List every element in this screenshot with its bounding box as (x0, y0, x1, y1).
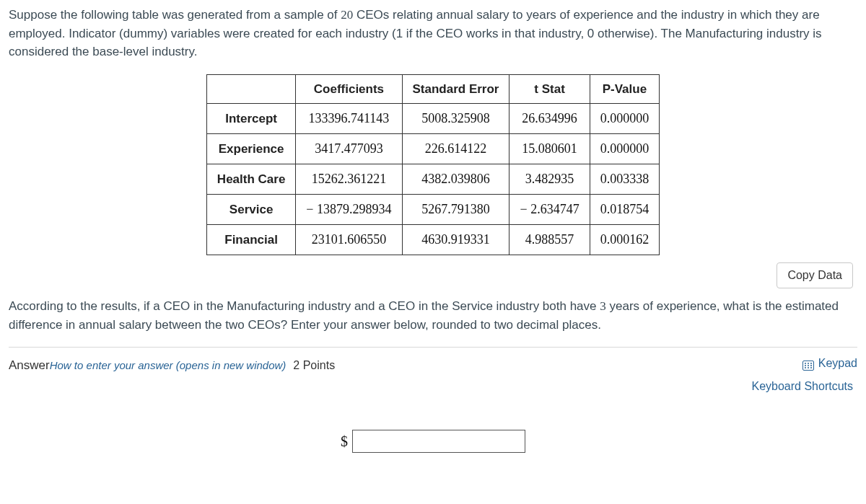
cell-p: 0.000000 (590, 104, 660, 134)
row-label: Financial (206, 225, 295, 255)
svg-point-6 (810, 365, 812, 366)
col-p-value: P-Value (590, 74, 660, 104)
question-number-20: 20 (341, 8, 353, 22)
keyboard-shortcuts-link[interactable]: Keyboard Shortcuts (9, 378, 857, 395)
currency-symbol: $ (341, 430, 348, 452)
row-label: Service (206, 195, 295, 225)
table-row: Service − 13879.298934 5267.791380 − 2.6… (206, 195, 659, 225)
svg-point-3 (810, 363, 812, 364)
cell-coef: 23101.606550 (296, 225, 402, 255)
col-standard-error: Standard Error (402, 74, 509, 104)
question-text-a: Suppose the following table was generate… (9, 8, 341, 22)
followup-number-3: 3 (600, 299, 606, 313)
cell-p: 0.018754 (590, 195, 660, 225)
cell-coef: − 13879.298934 (296, 195, 402, 225)
cell-se: 5008.325908 (402, 104, 509, 134)
question-paragraph: Suppose the following table was generate… (9, 6, 857, 61)
keypad-icon (802, 358, 814, 368)
cell-t: 26.634996 (509, 104, 590, 134)
cell-t: 3.482935 (509, 164, 590, 195)
cell-p: 0.000162 (590, 225, 660, 255)
row-label: Experience (206, 134, 295, 164)
copy-data-button[interactable]: Copy Data (777, 262, 853, 288)
followup-text-a: According to the results, if a CEO in th… (9, 299, 600, 313)
table-header-row: Coefficients Standard Error t Stat P-Val… (206, 74, 659, 104)
how-to-enter-link[interactable]: How to enter your answer (opens in new w… (50, 359, 287, 371)
regression-table: Coefficients Standard Error t Stat P-Val… (206, 74, 660, 256)
points-label: 2 Points (293, 359, 335, 371)
svg-point-8 (808, 367, 809, 368)
col-blank (206, 74, 295, 104)
svg-point-2 (808, 363, 809, 364)
cell-se: 5267.791380 (402, 195, 509, 225)
svg-point-4 (805, 365, 806, 366)
svg-point-1 (805, 363, 806, 364)
cell-se: 4382.039806 (402, 164, 509, 195)
cell-p: 0.000000 (590, 134, 660, 164)
svg-point-5 (808, 365, 809, 366)
cell-se: 4630.919331 (402, 225, 509, 255)
cell-t: 15.080601 (509, 134, 590, 164)
cell-se: 226.614122 (402, 134, 509, 164)
svg-point-7 (805, 367, 806, 368)
col-coefficients: Coefficients (296, 74, 402, 104)
col-t-stat: t Stat (509, 74, 590, 104)
table-row: Experience 3417.477093 226.614122 15.080… (206, 134, 659, 164)
keypad-link[interactable]: Keypad (802, 355, 857, 372)
keypad-text: Keypad (818, 355, 857, 372)
answer-label: Answer (9, 358, 50, 372)
table-row: Intercept 133396.741143 5008.325908 26.6… (206, 104, 659, 134)
svg-point-9 (810, 367, 812, 368)
row-label: Intercept (206, 104, 295, 134)
table-row: Financial 23101.606550 4630.919331 4.988… (206, 225, 659, 255)
answer-input[interactable] (352, 430, 525, 453)
cell-t: 4.988557 (509, 225, 590, 255)
cell-coef: 3417.477093 (296, 134, 402, 164)
cell-t: − 2.634747 (509, 195, 590, 225)
cell-coef: 133396.741143 (296, 104, 402, 134)
divider (9, 347, 857, 348)
table-row: Health Care 15262.361221 4382.039806 3.4… (206, 164, 659, 195)
followup-paragraph: According to the results, if a CEO in th… (9, 297, 857, 334)
row-label: Health Care (206, 164, 295, 195)
cell-p: 0.003338 (590, 164, 660, 195)
cell-coef: 15262.361221 (296, 164, 402, 195)
